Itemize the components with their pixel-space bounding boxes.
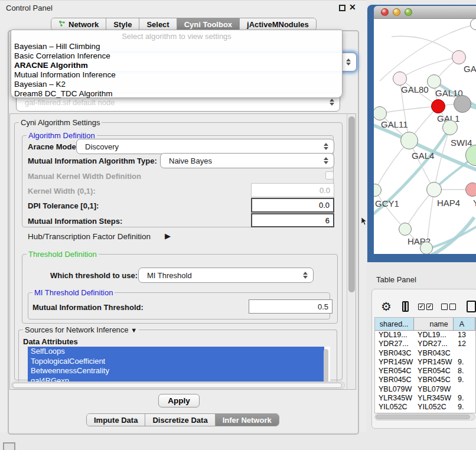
table-cell: YBR043C <box>414 349 454 358</box>
algorithm-popup: Select algorithm to view settings Bayesi… <box>11 30 343 98</box>
aracne-mode-combo[interactable]: Discovery <box>76 139 334 154</box>
popup-item[interactable]: Mutual Information Inference <box>11 70 342 80</box>
network-node[interactable] <box>454 95 471 113</box>
table-cell: 13 <box>454 331 475 340</box>
network-canvas[interactable]: GALGAL80GAL10GAL1GAL11SWI4GAL4GCY1HAP4YH… <box>374 19 476 254</box>
column-header[interactable]: A <box>454 318 475 330</box>
table-row[interactable]: YBL079WYBL079W <box>375 385 475 394</box>
table-cell: YDR27... <box>375 340 414 348</box>
tab-network[interactable]: Network <box>51 18 106 30</box>
close-icon[interactable]: ✕ <box>349 2 356 12</box>
table-hscrollbar[interactable] <box>374 413 475 420</box>
combo-arrows-icon <box>303 272 308 279</box>
network-node-y[interactable] <box>465 182 476 197</box>
sources-group-title: Sources for Network Inference ▼ <box>23 325 139 334</box>
table-row[interactable]: YDL19...YDL19...13 <box>375 331 475 340</box>
network-window-titlebar[interactable] <box>374 6 476 19</box>
hide-columns-icon[interactable] <box>441 304 456 310</box>
algorithm-popup-list: Bayesian – Hill ClimbingBasic Correlatio… <box>11 42 342 99</box>
float-window-icon[interactable] <box>339 5 345 11</box>
split-columns-icon[interactable] <box>402 301 409 312</box>
table-row[interactable]: YBR043CYBR043C <box>375 349 475 358</box>
settings-vscrollbar-thumb[interactable] <box>348 116 355 292</box>
mi-type-combo[interactable]: Naive Bayes <box>160 153 334 168</box>
minimized-panel-icon[interactable] <box>3 442 15 450</box>
apply-button[interactable]: Apply <box>158 394 200 407</box>
attribute-item[interactable]: TopologicalCoefficient <box>28 357 324 367</box>
which-threshold-label: Which threshold to use: <box>50 271 138 280</box>
mi-threshold-label: Mutual Information Threshold: <box>32 303 144 312</box>
network-node-hap2[interactable] <box>399 223 412 236</box>
manual-kernel-checkbox[interactable] <box>325 171 334 180</box>
network-node-gal[interactable] <box>452 50 466 64</box>
tab-impute-data[interactable]: Impute Data <box>87 414 145 426</box>
mi-threshold-group-title: MI Threshold Definition <box>32 288 115 297</box>
settings-hscrollbar-thumb[interactable] <box>12 383 342 388</box>
tab-infer-network[interactable]: Infer Network <box>216 414 279 426</box>
minimize-traffic-light-icon[interactable] <box>393 8 400 16</box>
network-node-swi4[interactable] <box>442 120 458 135</box>
table-toolbar: ⚙ ✓✓ <box>375 298 476 315</box>
network-node-hap4[interactable] <box>426 182 442 197</box>
zoom-traffic-light-icon[interactable] <box>405 8 412 16</box>
popup-item[interactable]: Dream8 DC_TDC Algorithm <box>11 89 342 99</box>
settings-vscrollbar[interactable] <box>347 114 356 389</box>
kernel-width-input[interactable]: 0.0 <box>251 183 334 197</box>
table-cell: 9. <box>454 376 475 384</box>
node-label: GAL <box>464 64 476 74</box>
which-threshold-combo[interactable]: MI Threshold <box>138 268 314 283</box>
new-table-icon[interactable] <box>467 301 476 312</box>
table-row[interactable]: YER054CYER054C8. <box>375 367 475 376</box>
close-traffic-light-icon[interactable] <box>381 8 389 16</box>
control-panel-window: Control Panel ✕ NetworkStyleSelectCyni T… <box>0 0 367 432</box>
table-row[interactable]: YDR27...YDR27...12 <box>375 340 475 348</box>
popup-item[interactable]: ARACNE Algorithm <box>11 61 342 70</box>
node-table[interactable]: shared...nameA YDL19...YDL19...13YDR27..… <box>374 317 476 413</box>
show-columns-icon[interactable]: ✓✓ <box>418 304 433 310</box>
hub-expand-arrow-icon[interactable]: ▶ <box>165 231 171 240</box>
settings-hscrollbar[interactable] <box>11 381 345 389</box>
table-cell <box>454 385 475 394</box>
network-node[interactable] <box>420 242 433 254</box>
manual-kernel-label: Manual Kernel Width Definition <box>28 172 141 181</box>
table-row[interactable]: YIL052CYIL052C9. <box>375 403 475 412</box>
network-node-gal80[interactable] <box>393 71 407 86</box>
bottom-tab-bar: Impute DataDiscretize DataInfer Network <box>86 413 279 426</box>
table-cell: YER054C <box>414 367 454 376</box>
tab-discretize-data[interactable]: Discretize Data <box>145 414 215 426</box>
mi-steps-label: Mutual Information Steps: <box>28 217 122 226</box>
table-hscrollbar-thumb[interactable] <box>376 415 470 419</box>
tab-cyni-toolbox[interactable]: Cyni Toolbox <box>177 18 240 30</box>
attribute-item[interactable]: SelfLoops <box>28 347 324 357</box>
table-cell: YIL052C <box>414 403 454 412</box>
network-node-gal4[interactable] <box>400 132 418 149</box>
table-settings-gear-icon[interactable]: ⚙ <box>381 301 392 312</box>
mi-threshold-input[interactable]: 0.5 <box>249 299 332 314</box>
popup-item[interactable]: Bayesian – K2 <box>11 80 342 89</box>
node-label: SWI4 <box>451 138 472 148</box>
popup-item[interactable]: Basic Correlation Inference <box>11 51 342 61</box>
attribute-list-scrollbar[interactable] <box>324 349 328 383</box>
tab-jactivemnodules[interactable]: jActiveMNodules <box>240 18 316 30</box>
column-header[interactable]: name <box>414 318 454 330</box>
aracne-mode-label: Aracne Mode: <box>28 142 79 151</box>
table-row[interactable]: YPR145WYPR145W9. <box>375 358 475 367</box>
network-node-gal1[interactable] <box>431 99 445 113</box>
attribute-item[interactable]: BetweennessCentrality <box>28 366 324 376</box>
cyni-settings-group-title: Cyni Algorithm Settings <box>19 118 102 127</box>
tab-select[interactable]: Select <box>139 18 177 30</box>
table-cell: YLR345W <box>414 394 454 403</box>
table-cell: 12 <box>454 340 475 348</box>
mi-steps-input[interactable]: 6 <box>251 213 334 227</box>
aracne-mode-value: Discovery <box>85 142 119 151</box>
popup-item[interactable]: Bayesian – Hill Climbing <box>11 42 342 51</box>
tab-style[interactable]: Style <box>106 18 139 30</box>
table-row[interactable]: YLR345WYLR345W9. <box>375 394 475 403</box>
combo-arrows-icon <box>330 99 334 106</box>
sources-collapse-arrow-icon[interactable]: ▼ <box>131 327 137 334</box>
hub-definition-label[interactable]: Hub/Transcription Factor Definition <box>28 232 151 241</box>
dpi-tolerance-input[interactable]: 0.0 <box>251 198 334 213</box>
network-node-gal10[interactable] <box>427 74 441 89</box>
table-row[interactable]: YBR045CYBR045C9. <box>375 376 475 384</box>
column-header[interactable]: shared... <box>375 318 414 330</box>
